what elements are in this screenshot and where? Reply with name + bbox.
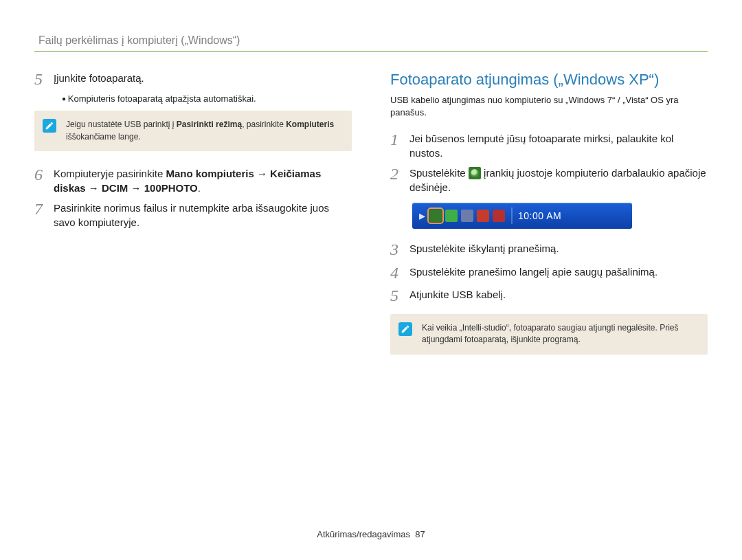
taskbar-separator	[511, 208, 513, 224]
step-row: 4 Spustelėkite pranešimo langelį apie sa…	[390, 265, 708, 282]
page: Failų perkėlimas į kompiuterį („Windows“…	[0, 0, 742, 560]
note-text-mid: , pasirinkite	[242, 120, 286, 129]
step-number: 2	[390, 166, 409, 183]
step-row: 6 Kompiuteryje pasirinkite Mano kompiute…	[34, 166, 352, 195]
step-number: 5	[34, 71, 54, 88]
taskbar-icon	[461, 210, 473, 222]
step-text: Spustelėkite pranešimo langelį apie saug…	[409, 265, 708, 279]
columns: 5 Įjunkite fotoaparatą. Kompiuteris foto…	[34, 71, 708, 370]
safely-remove-icon	[469, 167, 481, 179]
step-text: Įjunkite fotoaparatą.	[54, 71, 352, 85]
footer-section: Atkūrimas/redagavimas	[317, 529, 410, 539]
step-number: 7	[34, 201, 54, 218]
step2-pre: Spustelėkite	[409, 167, 469, 179]
pencil-icon	[401, 324, 410, 334]
note-text-bold2: Kompiuteris	[286, 120, 334, 129]
step-text: Spustelėkite įrankių juostoje kompiuteri…	[409, 166, 708, 194]
taskbar-icon	[445, 210, 458, 222]
step-row: 5 Atjunkite USB kabelį.	[390, 287, 708, 304]
taskbar-clock: 10:00 AM	[518, 210, 561, 221]
note-box: Kai veikia „Intelli-studio“, fotoaparato…	[390, 314, 708, 355]
note-box: Jeigu nustatėte USB parinktį į Pasirinkt…	[34, 111, 352, 151]
left-column: 5 Įjunkite fotoaparatą. Kompiuteris foto…	[34, 71, 352, 370]
step-number: 6	[34, 166, 54, 183]
step-number: 5	[390, 287, 409, 304]
note2-text: Kai veikia „Intelli-studio“, fotoaparato…	[422, 323, 679, 344]
pencil-icon	[45, 121, 54, 131]
page-footer: Atkūrimas/redagavimas 87	[0, 529, 742, 539]
step-text: Kompiuteryje pasirinkite Mano kompiuteri…	[54, 166, 352, 195]
taskbar-expand-icon: ▸	[419, 208, 425, 223]
taskbar-image: ▸ 10:00 AM	[412, 203, 632, 229]
footer-page: 87	[415, 529, 425, 539]
step-text: Atjunkite USB kabelį.	[409, 287, 708, 302]
sub-bullet: Kompiuteris fotoaparatą atpažįsta automa…	[62, 93, 352, 104]
page-title: Failų perkėlimas į kompiuterį („Windows“…	[38, 34, 708, 47]
step-number: 1	[390, 131, 409, 148]
step-row: 3 Spustelėkite iškylantį pranešimą.	[390, 241, 708, 258]
note-text-post: iššokančiame lange.	[66, 132, 141, 142]
note-text-bold1: Pasirinkti režimą	[177, 120, 242, 129]
note-text-pre: Jeigu nustatėte USB parinktį į	[66, 120, 177, 129]
step-row: 2 Spustelėkite įrankių juostoje kompiute…	[390, 166, 708, 194]
taskbar-safely-remove-icon	[429, 210, 442, 222]
note-icon	[43, 119, 56, 133]
step-number: 4	[390, 265, 409, 282]
taskbar-icon	[493, 210, 505, 222]
section-title: Fotoaparato atjungimas („Windows XP“)	[390, 71, 708, 89]
step-number: 3	[390, 241, 409, 258]
step6-post: .	[198, 182, 201, 194]
section-subtext: USB kabelio atjungimas nuo kompiuterio s…	[390, 94, 708, 119]
step-row: 5 Įjunkite fotoaparatą.	[34, 71, 352, 88]
right-column: Fotoaparato atjungimas („Windows XP“) US…	[390, 71, 708, 370]
taskbar-icon	[477, 210, 489, 222]
step-text: Spustelėkite iškylantį pranešimą.	[409, 241, 708, 256]
step-row: 1 Jei būsenos lemputė jūsų fotoaparate m…	[390, 131, 708, 160]
header-rule	[34, 51, 708, 52]
step-text: Pasirinkite norimus failus ir nutempkite…	[54, 201, 352, 229]
note-icon	[398, 322, 412, 336]
step-text: Jei būsenos lemputė jūsų fotoaparate mir…	[409, 131, 708, 160]
step-row: 7 Pasirinkite norimus failus ir nutempki…	[34, 201, 352, 229]
step6-pre: Kompiuteryje pasirinkite	[54, 168, 166, 179]
